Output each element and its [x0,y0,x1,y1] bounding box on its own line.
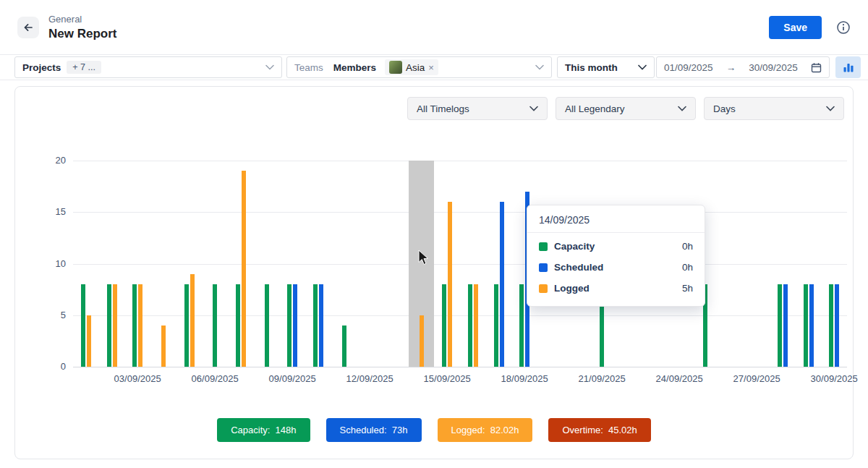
tooltip-row-logged: Logged 5h [539,278,693,299]
save-button[interactable]: Save [769,16,822,39]
bar-capacity[interactable] [313,284,318,367]
timelogs-select-value: All Timelogs [417,103,469,114]
chart-view-button[interactable] [835,56,861,78]
tooltip-value: 5h [682,283,693,294]
chart-legend: Capacity: 148h Scheduled: 73h Logged: 82… [15,418,853,442]
team-avatar [389,61,402,74]
bar-logged[interactable] [138,284,142,367]
x-axis-label: 18/09/2025 [481,373,568,384]
tooltip-label: Logged [554,283,590,294]
period-label: This month [565,62,618,73]
team-tag-label: Asia [406,62,425,73]
bar-capacity[interactable] [265,284,269,367]
chevron-down-icon [529,106,538,111]
bar-logged[interactable] [242,171,246,367]
period-select[interactable]: This month [557,56,655,78]
bar-capacity[interactable] [132,284,137,367]
gridline [73,212,847,213]
bar-scheduled[interactable] [835,284,839,367]
bar-scheduled[interactable] [809,284,814,367]
legendary-select[interactable]: All Legendary [556,97,696,120]
bar-scheduled[interactable] [500,202,504,367]
remove-tag-icon[interactable]: × [428,63,434,72]
bar-logged[interactable] [420,315,424,367]
legendary-select-value: All Legendary [565,103,625,114]
arrow-right-icon: → [726,62,736,73]
date-start: 01/09/2025 [664,62,713,73]
bar-capacity[interactable] [287,284,292,367]
granularity-select[interactable]: Days [704,97,844,120]
bar-logged[interactable] [87,315,91,367]
bar-capacity[interactable] [213,284,217,367]
legend-scheduled-badge: Scheduled: 73h [326,418,422,442]
granularity-select-value: Days [713,103,736,114]
tooltip-value: 0h [682,241,693,252]
teams-members-filter[interactable]: Teams Members Asia × [286,56,552,78]
bar-capacity[interactable] [778,284,782,367]
tooltip-row-capacity: Capacity 0h [539,236,693,257]
x-axis-label: 30/09/2025 [791,373,868,384]
bar-capacity[interactable] [81,284,85,367]
legend-logged-badge: Logged: 82.02h [438,418,533,442]
chevron-down-icon [265,64,274,70]
back-button[interactable] [17,17,39,38]
bar-capacity[interactable] [236,284,240,367]
date-end: 30/09/2025 [749,62,798,73]
bar-scheduled[interactable] [783,284,788,367]
bar-chart: 0510152003/09/202506/09/202509/09/202512… [15,129,853,418]
members-tab[interactable]: Members [333,62,376,73]
x-axis-label: 06/09/2025 [171,373,258,384]
y-axis-label: 10 [15,258,66,269]
bar-scheduled[interactable] [319,284,323,367]
bar-logged[interactable] [161,326,166,367]
date-range-picker[interactable]: 01/09/2025 → 30/09/2025 [656,56,830,78]
bar-capacity[interactable] [829,284,833,367]
projects-label: Projects [22,62,61,73]
bar-capacity[interactable] [468,284,472,367]
mouse-cursor [418,250,429,268]
projects-filter[interactable]: Projects + 7 ... [14,56,282,78]
team-tag-asia[interactable]: Asia × [385,59,438,75]
tooltip-label: Capacity [554,241,595,252]
filter-bar: Projects + 7 ... Teams Members Asia × Th… [0,54,868,80]
gridline [73,315,847,316]
x-axis-label: 24/09/2025 [636,373,723,384]
chevron-down-icon [826,106,835,111]
y-axis-label: 0 [15,361,66,372]
arrow-left-icon [22,22,34,33]
x-axis-label: 12/09/2025 [326,373,413,384]
bar-logged[interactable] [474,284,478,367]
x-axis-label: 27/09/2025 [713,373,800,384]
bar-capacity[interactable] [184,284,189,367]
timelogs-select[interactable]: All Timelogs [407,97,548,120]
bar-capacity[interactable] [519,284,524,367]
y-axis-label: 5 [15,310,66,320]
bar-logged[interactable] [448,202,452,367]
calendar-icon [811,62,822,73]
gridline [73,264,847,265]
breadcrumb: General [48,14,116,25]
x-axis-label: 03/09/2025 [94,373,181,384]
bar-logged[interactable] [190,274,195,367]
y-axis-label: 15 [15,206,66,217]
bar-capacity[interactable] [494,284,498,367]
tooltip-value: 0h [682,262,693,273]
bar-logged[interactable] [113,284,117,367]
teams-tab[interactable]: Teams [294,62,323,73]
bar-scheduled[interactable] [293,284,297,367]
bar-capacity[interactable] [804,284,808,367]
bar-capacity[interactable] [107,284,111,367]
legend-capacity-badge: Capacity: 148h [217,418,310,442]
chart-tooltip: 14/09/2025 Capacity 0h Scheduled 0h Logg… [527,205,705,307]
page-header: General New Report Save [0,0,868,54]
info-button[interactable] [836,20,851,35]
chevron-down-icon [638,64,647,70]
legend-overtime-badge: Overtime: 45.02h [548,418,650,442]
bar-capacity[interactable] [442,284,446,367]
logged-swatch [539,284,548,293]
x-axis-label: 09/09/2025 [249,373,336,384]
page-title: New Report [48,27,116,41]
bar-capacity[interactable] [342,326,346,367]
chevron-down-icon [535,64,544,70]
projects-more-chip[interactable]: + 7 ... [67,61,101,74]
